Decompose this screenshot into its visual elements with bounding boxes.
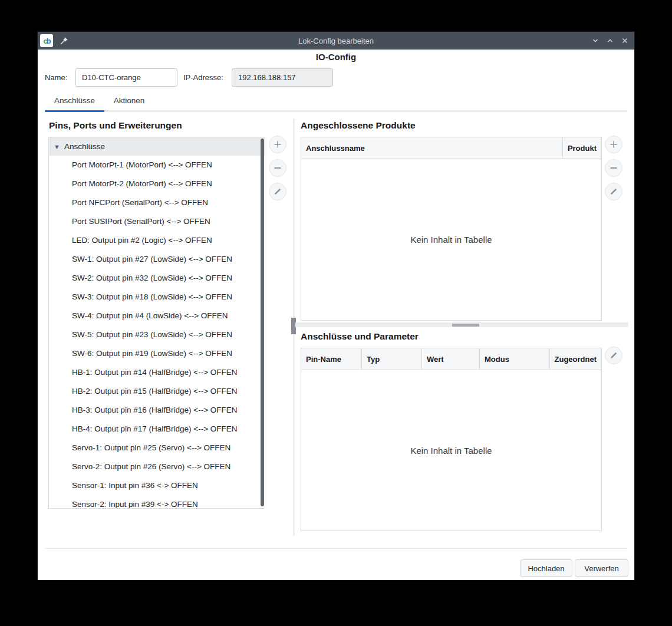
products-edit-button[interactable] [605, 183, 622, 200]
page-title: IO-Config [38, 52, 634, 62]
column-header[interactable]: Pin-Name [301, 348, 362, 370]
tree-item[interactable]: Sensor-2: Input pin #39 <-> OFFEN [49, 495, 265, 509]
close-icon[interactable] [620, 36, 630, 45]
window-controls [591, 32, 630, 50]
tree-item[interactable]: LED: Output pin #2 (Logic) <--> OFFEN [49, 231, 265, 250]
column-header[interactable]: Modus [480, 348, 550, 370]
tree-item[interactable]: Port MotorPt-1 (MotorPort) <--> OFFEN [49, 156, 265, 174]
tree-item[interactable]: SW-4: Output pin #4 (LowSide) <--> OFFEN [49, 307, 265, 325]
column-header[interactable]: Zugeordnet [550, 348, 602, 370]
tree-add-button[interactable] [269, 136, 286, 153]
products-table: Anschlussname Produkt Kein Inhalt in Tab… [301, 137, 602, 321]
tree-item[interactable]: HB-1: Output pin #14 (HalfBridge) <--> O… [49, 363, 265, 382]
minimize-icon[interactable] [591, 36, 600, 45]
tree-item[interactable]: HB-4: Output pin #17 (HalfBridge) <--> O… [49, 420, 265, 439]
tree-item[interactable]: Port SUSIPort (SerialPort) <--> OFFEN [49, 212, 265, 231]
discard-button[interactable]: Verwerfen [575, 559, 628, 577]
tree-item[interactable]: HB-3: Output pin #16 (HalfBridge) <--> O… [49, 401, 265, 420]
pin-icon[interactable] [60, 37, 68, 45]
pins-ports-section-title: Pins, Ports und Erweiterungen [49, 120, 182, 131]
tree-item[interactable]: Port MotorPt-2 (MotorPort) <--> OFFEN [49, 174, 265, 193]
products-section-title: Angeschlossene Produkte [301, 120, 416, 131]
tree-remove-button[interactable] [269, 159, 286, 177]
params-table-header: Pin-Name Typ Wert Modus Zugeordnet [301, 348, 601, 370]
tree-item[interactable]: Port NFCPort (SerialPort) <--> OFFEN [49, 193, 265, 212]
params-table: Pin-Name Typ Wert Modus Zugeordnet Kein … [301, 348, 602, 531]
tree-root-row[interactable]: ▼ Anschlüsse [49, 137, 265, 156]
tree-item[interactable]: SW-6: Output pin #19 (LowSide) <--> OFFE… [49, 344, 265, 363]
name-input[interactable] [75, 68, 177, 87]
tree-item[interactable]: SW-2: Output pin #32 (LowSide) <--> OFFE… [49, 269, 265, 288]
tab-aktionen[interactable]: Aktionen [104, 92, 154, 112]
tree-item[interactable]: HB-2: Output pin #15 (HalfBridge) <--> O… [49, 382, 265, 401]
caret-down-icon[interactable]: ▼ [54, 143, 60, 150]
tab-bar: Anschlüsse Aktionen [45, 92, 627, 112]
column-header[interactable]: Anschlussname [301, 137, 563, 159]
column-header[interactable]: Typ [362, 348, 422, 370]
upload-button[interactable]: Hochladen [520, 559, 572, 577]
tree-item[interactable]: Servo-2: Output pin #26 (Servo) <--> OFF… [49, 457, 265, 476]
column-header[interactable]: Produkt [563, 137, 601, 159]
products-remove-button[interactable] [605, 159, 622, 177]
window-title: Lok-Config bearbeiten [38, 37, 634, 45]
column-header[interactable]: Wert [422, 348, 480, 370]
params-section-title: Anschlüsse und Parameter [301, 331, 419, 342]
app-logo-icon: cb [40, 34, 53, 47]
params-edit-button[interactable] [605, 347, 622, 364]
tree-item[interactable]: SW-1: Output pin #27 (LowSide) <--> OFFE… [49, 250, 265, 269]
products-table-header: Anschlussname Produkt [301, 137, 601, 159]
tree-item[interactable]: Sensor-1: Input pin #36 <-> OFFEN [49, 476, 265, 495]
tree-item[interactable]: SW-3: Output pin #18 (LowSide) <--> OFFE… [49, 288, 265, 307]
params-empty-placeholder: Kein Inhalt in Tabelle [301, 370, 601, 531]
tree-root-label: Anschlüsse [64, 142, 105, 151]
tree-edit-button[interactable] [269, 183, 286, 200]
tab-anschluesse[interactable]: Anschlüsse [45, 92, 104, 112]
maximize-icon[interactable] [605, 36, 615, 45]
app-logo-letter-b: b [47, 37, 50, 45]
tree-item[interactable]: SW-5: Output pin #23 (LowSide) <--> OFFE… [49, 325, 265, 344]
products-add-button[interactable] [605, 136, 622, 153]
titlebar: cb Lok-Config bearbeiten [38, 32, 634, 50]
ip-address-input[interactable] [232, 68, 333, 87]
tree-item[interactable]: Servo-1: Output pin #25 (Servo) <--> OFF… [49, 439, 265, 457]
tree-scrollbar-thumb[interactable] [261, 139, 264, 506]
lok-config-dialog: cb Lok-Config bearbeiten IO-Config Name:… [37, 31, 635, 581]
footer-divider [45, 548, 627, 549]
ip-address-label: IP-Adresse: [183, 68, 223, 87]
horizontal-splitter-grip[interactable] [452, 324, 479, 327]
tree-items: Port MotorPt-1 (MotorPort) <--> OFFEN Po… [49, 156, 265, 509]
products-empty-placeholder: Kein Inhalt in Tabelle [301, 159, 601, 320]
name-label: Name: [45, 68, 67, 87]
pins-ports-tree[interactable]: ▼ Anschlüsse Port MotorPt-1 (MotorPort) … [48, 137, 265, 509]
